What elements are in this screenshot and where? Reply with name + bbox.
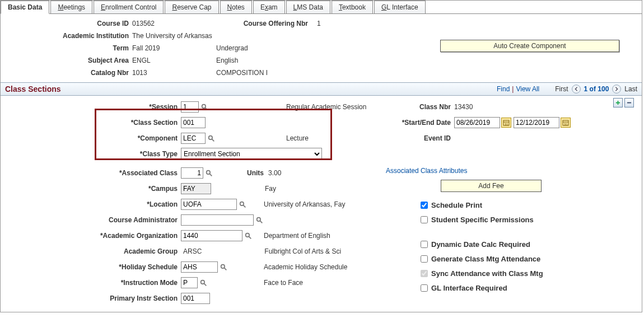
sync-attendance-label: Sync Attendance with Class Mtg bbox=[431, 269, 543, 278]
schedule-print-checkbox[interactable] bbox=[421, 202, 428, 209]
acad-group-value: ARSC bbox=[181, 247, 202, 255]
session-desc: Regular Academic Session bbox=[209, 103, 366, 111]
associated-class-attributes-link[interactable]: Associated Class Attributes bbox=[384, 167, 467, 175]
tab-exam[interactable]: Exam bbox=[253, 1, 285, 13]
term-desc: Undergrad bbox=[216, 44, 248, 52]
svg-point-4 bbox=[206, 170, 210, 174]
tab-gl-interface[interactable]: GL Interface bbox=[374, 1, 426, 13]
instr-mode-input[interactable] bbox=[181, 277, 198, 288]
add-fee-button[interactable]: Add Fee bbox=[441, 180, 542, 192]
student-permissions-checkbox[interactable] bbox=[421, 216, 428, 223]
tab-meetings[interactable]: Meetings bbox=[50, 1, 92, 13]
campus-desc: Fay bbox=[211, 185, 276, 193]
instr-mode-lookup-icon[interactable] bbox=[199, 278, 208, 287]
row-position: 1 of 100 bbox=[584, 85, 609, 93]
catalog-desc: COMPOSITION I bbox=[216, 69, 268, 77]
end-date-calendar-icon[interactable]: 31 bbox=[561, 118, 571, 128]
session-input[interactable] bbox=[181, 101, 199, 113]
component-lookup-icon[interactable] bbox=[207, 134, 216, 143]
schedule-print-label: Schedule Print bbox=[431, 201, 482, 209]
class-nbr-label: Class Nbr bbox=[384, 103, 454, 111]
subject-value: ENGL bbox=[132, 57, 216, 64]
class-section-input[interactable] bbox=[181, 117, 206, 128]
catalog-label: Catalog Nbr bbox=[6, 69, 132, 77]
tab-enrollment-control[interactable]: Enrollment Control bbox=[94, 1, 164, 13]
svg-point-14 bbox=[200, 280, 204, 284]
svg-line-13 bbox=[224, 268, 226, 270]
term-value: Fall 2019 bbox=[132, 44, 216, 52]
dynamic-date-checkbox[interactable] bbox=[421, 241, 428, 248]
primary-instr-label: Primary Instr Section bbox=[6, 294, 181, 302]
holiday-input[interactable] bbox=[181, 261, 218, 273]
tab-lms-data[interactable]: LMS Data bbox=[286, 1, 330, 13]
find-link[interactable]: Find bbox=[497, 85, 510, 93]
acad-group-label: Academic Group bbox=[6, 247, 181, 255]
acad-org-input[interactable] bbox=[181, 230, 242, 241]
course-id-value: 013562 bbox=[132, 20, 216, 27]
auto-create-component-button[interactable]: Auto Create Component bbox=[440, 40, 619, 52]
last-label: Last bbox=[624, 85, 637, 93]
class-sections-bar: Class Sections Find | View All First 1 o… bbox=[1, 82, 642, 96]
location-label: *Location bbox=[6, 200, 181, 208]
component-label: *Component bbox=[6, 134, 181, 142]
sync-attendance-checkbox bbox=[421, 270, 428, 277]
tab-notes[interactable]: Notes bbox=[220, 1, 252, 13]
svg-line-1 bbox=[205, 107, 207, 110]
start-date-calendar-icon[interactable]: 31 bbox=[501, 118, 511, 128]
subject-label: Subject Area bbox=[6, 57, 132, 64]
svg-point-0 bbox=[202, 104, 206, 108]
tab-basic-data[interactable]: Basic Data bbox=[1, 1, 49, 14]
start-date-input[interactable] bbox=[454, 117, 500, 128]
acad-org-label: *Academic Organization bbox=[6, 232, 181, 240]
svg-line-3 bbox=[212, 139, 214, 141]
units-label: Units bbox=[213, 169, 264, 177]
svg-line-9 bbox=[260, 221, 262, 223]
campus-label: *Campus bbox=[6, 185, 181, 193]
associated-class-label: *Associated Class bbox=[6, 169, 181, 177]
acad-org-lookup-icon[interactable] bbox=[244, 231, 253, 240]
class-type-select[interactable]: Enrollment Section bbox=[181, 148, 322, 160]
first-label: First bbox=[555, 85, 568, 93]
class-nbr-value: 13430 bbox=[454, 103, 473, 111]
course-admin-input[interactable] bbox=[181, 214, 254, 226]
course-id-label: Course ID bbox=[6, 20, 132, 27]
course-admin-lookup-icon[interactable] bbox=[255, 216, 264, 225]
course-header: Course ID 013562 Course Offering Nbr 1 A… bbox=[1, 14, 642, 82]
gl-interface-required-label: GL Interface Required bbox=[431, 284, 507, 292]
svg-point-8 bbox=[256, 217, 260, 221]
next-row-button[interactable] bbox=[612, 85, 621, 93]
location-input[interactable] bbox=[181, 199, 237, 210]
units-value: 3.00 bbox=[264, 169, 281, 177]
tab-textbook[interactable]: Textbook bbox=[332, 1, 373, 13]
svg-line-7 bbox=[243, 205, 245, 207]
generate-attendance-checkbox[interactable] bbox=[421, 255, 428, 263]
end-date-input[interactable] bbox=[514, 117, 559, 128]
instr-mode-desc: Face to Face bbox=[208, 279, 303, 287]
tab-reserve-cap[interactable]: Reserve Cap bbox=[165, 1, 218, 13]
location-lookup-icon[interactable] bbox=[238, 200, 247, 209]
svg-point-6 bbox=[240, 202, 244, 205]
subject-desc: English bbox=[216, 57, 238, 64]
prev-row-button[interactable] bbox=[572, 85, 581, 93]
campus-input bbox=[181, 183, 211, 194]
institution-label: Academic Institution bbox=[6, 32, 132, 40]
session-lookup-icon[interactable] bbox=[200, 102, 209, 111]
tab-strip: Basic Data Meetings Enrollment Control R… bbox=[1, 1, 642, 14]
generate-attendance-label: Generate Class Mtg Attendance bbox=[431, 255, 540, 263]
view-all-link[interactable]: View All bbox=[516, 85, 539, 93]
associated-class-lookup-icon[interactable] bbox=[204, 169, 213, 177]
svg-line-11 bbox=[249, 236, 251, 239]
holiday-lookup-icon[interactable] bbox=[219, 263, 228, 272]
start-end-date-label: *Start/End Date bbox=[384, 119, 454, 127]
component-input[interactable] bbox=[181, 133, 206, 144]
course-admin-label: Course Administrator bbox=[6, 216, 181, 224]
event-id-label: Event ID bbox=[384, 134, 454, 142]
svg-text:31: 31 bbox=[564, 123, 568, 126]
institution-value: The University of Arkansas bbox=[132, 32, 278, 40]
primary-instr-input[interactable] bbox=[181, 293, 210, 304]
associated-class-input[interactable] bbox=[181, 167, 203, 179]
gl-interface-required-checkbox[interactable] bbox=[421, 284, 428, 292]
svg-text:31: 31 bbox=[505, 123, 508, 126]
delete-row-button[interactable] bbox=[624, 98, 634, 107]
add-row-button[interactable] bbox=[613, 98, 623, 107]
